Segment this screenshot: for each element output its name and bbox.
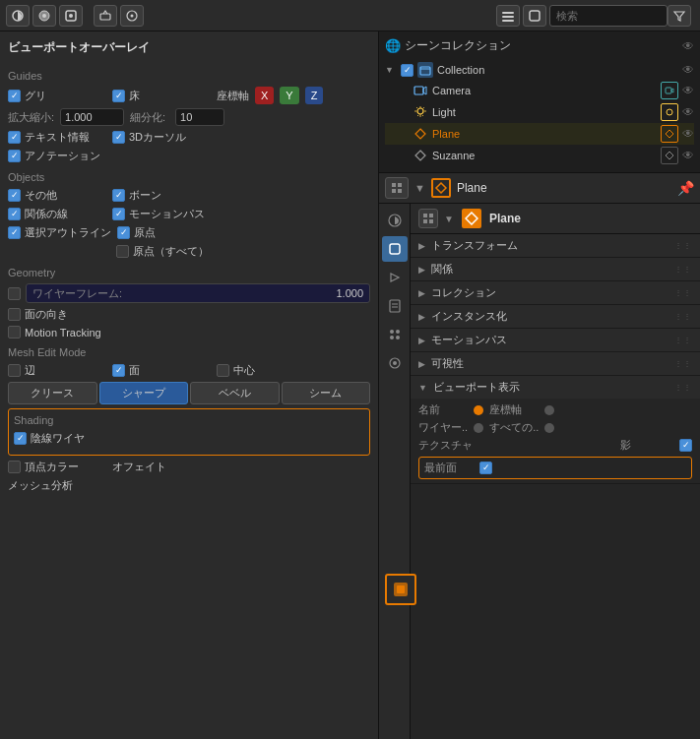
wireframe-slider[interactable]: ワイヤーフレーム: 1.000 (26, 283, 370, 303)
origin-checkbox[interactable] (117, 226, 130, 239)
snap-btn[interactable] (120, 5, 144, 27)
collection-dots: ⋮⋮ (674, 288, 692, 297)
vd-wire-dot[interactable] (474, 423, 483, 433)
select-outline-checkbox[interactable] (8, 226, 21, 239)
tree-item-suzanne[interactable]: Suzanne 👁 (385, 145, 694, 166)
scale-field[interactable] (60, 108, 124, 126)
transform-header[interactable]: ▶ トランスフォーム ⋮⋮ (411, 234, 700, 257)
vd-axis-label: 座標軸 (489, 402, 539, 417)
filter-btn[interactable] (668, 5, 691, 27)
svg-rect-32 (423, 214, 427, 217)
motion-tracking-checkbox[interactable] (8, 326, 21, 339)
instancing-header[interactable]: ▶ インスタンス化 ⋮⋮ (411, 305, 700, 328)
axis-y-btn[interactable]: Y (280, 87, 298, 104)
props-layout-btn[interactable] (418, 209, 438, 228)
suzanne-label: Suzanne (432, 150, 657, 161)
floor-checkbox[interactable] (112, 90, 125, 102)
viewport-display-section: ▼ ビューポート表示 ⋮⋮ 名前 座標軸 (411, 376, 700, 484)
right-panel: 🌐 シーンコレクション 👁 ▼ Collection 👁 C (379, 31, 700, 739)
tree-item-plane[interactable]: Plane 👁 (385, 123, 694, 145)
view-btn[interactable] (59, 5, 83, 27)
vd-name-dot[interactable] (474, 405, 483, 415)
relation-checkbox[interactable] (8, 208, 21, 220)
edge-checkbox[interactable] (8, 364, 21, 377)
vertex-checkbox[interactable] (8, 461, 21, 473)
bone-checkbox[interactable] (112, 189, 125, 202)
plane-obj-icon[interactable] (431, 178, 451, 198)
object-mode-btn[interactable] (94, 5, 117, 27)
axis-x-btn[interactable]: X (255, 87, 274, 104)
subdivision-field[interactable] (175, 108, 224, 126)
camera-visibility[interactable]: 👁 (682, 84, 694, 97)
objects-section-label: Objects (8, 171, 370, 183)
face-orient-checkbox[interactable] (8, 308, 21, 321)
visibility-header[interactable]: ▶ 可視性 ⋮⋮ (411, 352, 700, 375)
seam-btn[interactable]: シーム (282, 382, 371, 404)
vd-shadow-checkbox[interactable] (679, 439, 692, 452)
other-checkbox[interactable] (8, 189, 21, 202)
offset-label: オフェイト (112, 460, 166, 474)
collection-header[interactable]: ▶ コレクション ⋮⋮ (411, 281, 700, 304)
grid-checkbox[interactable] (8, 90, 21, 102)
viewport-shading-btn[interactable] (6, 5, 30, 27)
selected-object-name: Plane (457, 181, 487, 195)
physics-icon[interactable] (382, 350, 408, 376)
outliner-view-btn[interactable] (496, 5, 520, 27)
tree-item-camera[interactable]: Camera 👁 (385, 80, 694, 101)
wireframe-checkbox[interactable] (8, 287, 21, 300)
search-input[interactable] (549, 5, 668, 27)
svg-rect-5 (100, 14, 110, 20)
render-props-icon[interactable] (382, 208, 408, 233)
cursor-3d-label: 3Dカーソル (129, 130, 186, 145)
origin-label: 原点 (134, 225, 156, 240)
bevel-btn[interactable]: ベベル (190, 382, 280, 404)
cursor-3d-checkbox[interactable] (112, 131, 125, 144)
plane-visibility[interactable]: 👁 (682, 127, 694, 141)
crease-btn[interactable]: クリース (8, 382, 97, 404)
visibility-section: ▶ 可視性 ⋮⋮ (411, 352, 700, 376)
render-btn[interactable] (32, 5, 56, 27)
guides-section-label: Guides (8, 70, 370, 82)
collection-title: コレクション (431, 285, 668, 300)
particles-icon[interactable] (382, 322, 408, 347)
sharp-btn[interactable]: シャープ (99, 382, 189, 404)
active-object-indicator[interactable] (385, 574, 416, 605)
panel-title: ビューポートオーバーレイ (8, 39, 370, 60)
tree-item-collection[interactable]: ▼ Collection 👁 (385, 60, 694, 80)
collection-visibility[interactable]: 👁 (682, 63, 694, 77)
tree-item-light[interactable]: Light 👁 (385, 101, 694, 123)
select-outline-label: 選択アウトライン (25, 225, 111, 240)
svg-point-29 (396, 336, 400, 339)
relation-header[interactable]: ▶ 関係 ⋮⋮ (411, 258, 700, 280)
object-selector-bar: ▼ Plane 📌 (379, 173, 700, 204)
annotation-checkbox[interactable] (8, 150, 21, 162)
suzanne-visibility[interactable]: 👁 (682, 149, 694, 162)
face-checkbox[interactable] (112, 364, 125, 377)
props-view-toggle[interactable] (385, 177, 409, 199)
svg-rect-13 (414, 87, 423, 94)
pin-icon[interactable]: 📌 (677, 180, 694, 196)
origin-all-checkbox[interactable] (116, 245, 129, 258)
hidden-wire-checkbox[interactable] (14, 432, 27, 445)
modifier-icon[interactable] (382, 265, 408, 290)
plane-label: Plane (432, 128, 657, 140)
props-object-bar: ▼ Plane (411, 204, 700, 234)
svg-rect-18 (398, 183, 402, 187)
viewport-display-header[interactable]: ▼ ビューポート表示 ⋮⋮ (411, 376, 700, 399)
collection-checkbox[interactable] (401, 64, 414, 77)
motion-path-header[interactable]: ▶ モーションパス ⋮⋮ (411, 329, 700, 351)
data-icon[interactable] (382, 293, 408, 319)
vd-all-dot[interactable] (544, 423, 554, 433)
viewport-overlay-panel: ビューポートオーバーレイ Guides グリ 床 座標軸 X Y Z 拡大縮小:… (0, 31, 379, 739)
scene-eye-icon[interactable]: 👁 (682, 39, 694, 53)
axis-z-btn[interactable]: Z (305, 87, 324, 104)
vd-axis-dot[interactable] (544, 405, 554, 415)
text-info-checkbox[interactable] (8, 131, 21, 144)
display-mode-btn[interactable] (523, 5, 546, 27)
light-visibility[interactable]: 👁 (682, 105, 694, 119)
motion-path-checkbox[interactable] (112, 208, 125, 220)
object-props-icon[interactable] (382, 236, 408, 262)
last-face-checkbox[interactable] (479, 462, 492, 474)
center-checkbox[interactable] (217, 364, 229, 377)
relation-label: 関係の線 (25, 207, 68, 221)
